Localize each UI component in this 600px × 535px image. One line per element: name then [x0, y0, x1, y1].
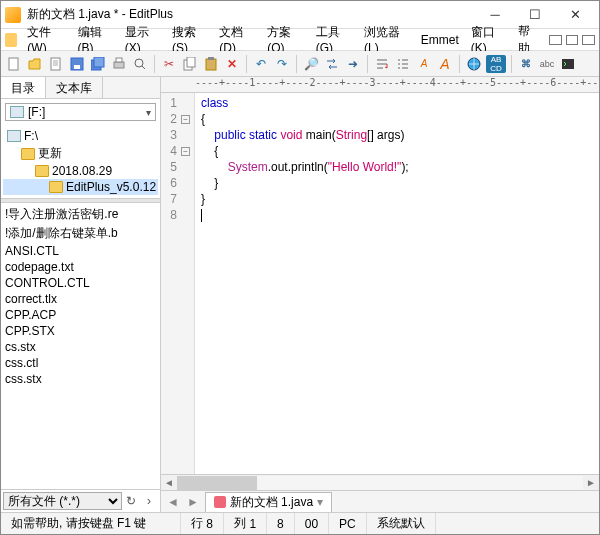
code-area[interactable]: 12−34−5678 class{ public static void mai…: [161, 93, 599, 474]
font-small-icon[interactable]: A: [415, 55, 433, 73]
folder-tree[interactable]: F:\更新2018.08.29EditPlus_v5.0.12: [1, 125, 160, 198]
status-input: PC: [329, 513, 367, 534]
sidebar: 目录 文本库 [F:] ▾ F:\更新2018.08.29EditPlus_v5…: [1, 77, 161, 512]
file-item[interactable]: CPP.ACP: [3, 307, 158, 323]
file-item[interactable]: CONTROL.CTL: [3, 275, 158, 291]
svg-rect-11: [206, 59, 216, 70]
copy-icon[interactable]: [181, 55, 199, 73]
linenum-icon[interactable]: [394, 55, 412, 73]
scroll-right-icon[interactable]: ►: [583, 477, 599, 488]
tree-row[interactable]: 更新: [3, 144, 158, 163]
status-col: 列 1: [224, 513, 267, 534]
wordwrap-icon[interactable]: [373, 55, 391, 73]
tree-label: EditPlus_v5.0.12: [66, 180, 156, 194]
delete-icon[interactable]: ✕: [223, 55, 241, 73]
svg-rect-10: [187, 57, 195, 67]
file-item[interactable]: correct.tlx: [3, 291, 158, 307]
doc-tab-active[interactable]: 新的文档 1.java ▾: [205, 492, 332, 512]
tree-row[interactable]: EditPlus_v5.0.12: [3, 179, 158, 195]
tab-prev-icon[interactable]: ◄: [165, 495, 181, 509]
mdi-minimize-icon[interactable]: [549, 35, 562, 45]
font-large-icon[interactable]: A: [436, 55, 454, 73]
svg-rect-14: [562, 59, 574, 69]
save-icon[interactable]: [68, 55, 86, 73]
undo-icon[interactable]: ↶: [252, 55, 270, 73]
svg-rect-7: [116, 58, 122, 62]
open-doc-icon[interactable]: [47, 55, 65, 73]
status-help: 如需帮助, 请按键盘 F1 键: [1, 513, 181, 534]
file-item[interactable]: css.stx: [3, 371, 158, 387]
mdi-restore-icon[interactable]: [566, 35, 579, 45]
drive-icon: [10, 106, 24, 118]
status-total: 8: [267, 513, 295, 534]
drive-icon: [7, 130, 21, 142]
status-line: 行 8: [181, 513, 224, 534]
scroll-track[interactable]: [177, 476, 583, 490]
svg-rect-1: [51, 58, 60, 70]
svg-point-8: [135, 59, 143, 67]
file-filter[interactable]: 所有文件 (*.*): [3, 492, 122, 510]
file-item[interactable]: css.ctl: [3, 355, 158, 371]
file-item[interactable]: CPP.STX: [3, 323, 158, 339]
goto-icon[interactable]: ➜: [344, 55, 362, 73]
svg-rect-3: [74, 65, 80, 69]
sidebar-tabs: 目录 文本库: [1, 77, 160, 99]
tab-directory[interactable]: 目录: [1, 77, 46, 98]
tab-next-icon[interactable]: ►: [185, 495, 201, 509]
svg-rect-12: [208, 57, 214, 60]
paste-icon[interactable]: [202, 55, 220, 73]
tree-row[interactable]: 2018.08.29: [3, 163, 158, 179]
browser-icon[interactable]: [465, 55, 483, 73]
tree-row[interactable]: F:\: [3, 128, 158, 144]
cut-icon[interactable]: ✂: [160, 55, 178, 73]
file-item[interactable]: ANSI.CTL: [3, 243, 158, 259]
h-scrollbar[interactable]: ◄ ►: [161, 474, 599, 490]
drive-label: [F:]: [28, 105, 45, 119]
line-gutter: 12−34−5678: [161, 93, 195, 474]
scroll-thumb[interactable]: [177, 476, 257, 490]
filter-refresh-icon[interactable]: ↻: [122, 494, 140, 508]
toolbar: ✂ ✕ ↶ ↷ 🔎 ➜ A A ABCD ⌘ abc: [1, 51, 599, 77]
main-area: 目录 文本库 [F:] ▾ F:\更新2018.08.29EditPlus_v5…: [1, 77, 599, 512]
filter-bar: 所有文件 (*.*) ↻ ›: [1, 489, 160, 512]
tab-textlib[interactable]: 文本库: [46, 77, 103, 98]
java-file-icon: [214, 496, 226, 508]
filter-menu-icon[interactable]: ›: [140, 494, 158, 508]
abcd-icon[interactable]: ABCD: [486, 55, 506, 73]
file-item[interactable]: cs.stx: [3, 339, 158, 355]
ruler: ----+----1----+----2----+----3----+----4…: [161, 77, 599, 93]
menu-emmet[interactable]: Emmet: [415, 31, 465, 49]
app-icon: [5, 7, 21, 23]
doc-tab-menu-icon[interactable]: ▾: [317, 495, 323, 509]
replace-icon[interactable]: [323, 55, 341, 73]
new-file-icon[interactable]: [5, 55, 23, 73]
menubar: 文件(W) 编辑(B) 显示(X) 搜索(S) 文档(D) 方案(Q) 工具(G…: [1, 29, 599, 51]
drive-selector[interactable]: [F:] ▾: [5, 103, 156, 121]
code-text[interactable]: class{ public static void main(String[] …: [195, 93, 599, 474]
hex-icon[interactable]: ⌘: [517, 55, 535, 73]
mdi-close-icon[interactable]: [582, 35, 595, 45]
close-button[interactable]: ✕: [555, 2, 595, 28]
editor-area: ----+----1----+----2----+----3----+----4…: [161, 77, 599, 512]
file-item[interactable]: codepage.txt: [3, 259, 158, 275]
preview-icon[interactable]: [131, 55, 149, 73]
file-item[interactable]: !导入注册激活密钥.re: [3, 205, 158, 224]
abc-icon[interactable]: abc: [538, 55, 556, 73]
scroll-left-icon[interactable]: ◄: [161, 477, 177, 488]
terminal-icon[interactable]: [559, 55, 577, 73]
svg-rect-5: [94, 57, 104, 67]
folder-icon: [21, 148, 35, 160]
open-folder-icon[interactable]: [26, 55, 44, 73]
redo-icon[interactable]: ↷: [273, 55, 291, 73]
file-list[interactable]: !导入注册激活密钥.re!添加/删除右键菜单.bANSI.CTLcodepage…: [1, 203, 160, 489]
find-icon[interactable]: 🔎: [302, 55, 320, 73]
file-item[interactable]: !添加/删除右键菜单.b: [3, 224, 158, 243]
chevron-down-icon: ▾: [146, 107, 151, 118]
window-title: 新的文档 1.java * - EditPlus: [27, 6, 475, 23]
print-icon[interactable]: [110, 55, 128, 73]
statusbar: 如需帮助, 请按键盘 F1 键 行 8 列 1 8 00 PC 系统默认: [1, 512, 599, 534]
save-all-icon[interactable]: [89, 55, 107, 73]
document-tabs: ◄ ► 新的文档 1.java ▾: [161, 490, 599, 512]
doc-tab-label: 新的文档 1.java: [230, 494, 313, 511]
status-encoding: 系统默认: [367, 513, 436, 534]
